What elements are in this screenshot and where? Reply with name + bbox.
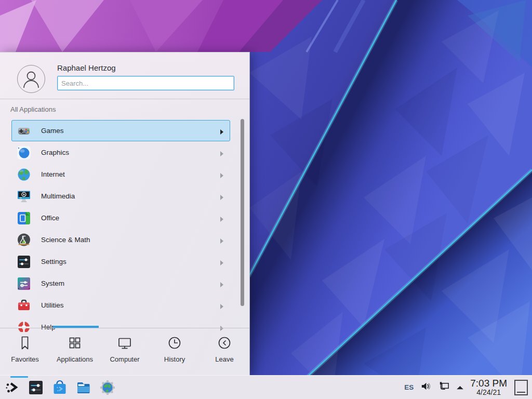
category-science-math[interactable]: Science & Math [11,229,230,250]
category-label: Science & Math [41,236,90,244]
list-scrollbar[interactable] [241,119,244,306]
category-multimedia[interactable]: Multimedia [11,185,230,207]
toolbox-icon [17,298,31,313]
discover-store-icon[interactable] [52,380,68,395]
tab-label: History [164,355,185,363]
submenu-arrow-icon [220,215,224,221]
system-sliders-icon [17,276,31,291]
submenu-arrow-icon [220,171,224,178]
system-settings-icon[interactable] [28,380,44,395]
submenu-arrow-icon [220,128,224,134]
submenu-arrow-icon [220,237,224,243]
tab-computer[interactable]: Computer [100,328,150,375]
user-name: Raphael Hertzog [57,63,234,72]
bookmark-icon [17,335,33,351]
launcher-header: Raphael Hertzog [0,52,249,99]
graphics-sphere-icon [17,145,31,160]
tab-label: Favorites [11,355,38,363]
globe-earth-icon [17,167,31,182]
category-label: Settings [41,258,66,265]
category-games[interactable]: Games [11,120,230,141]
web-browser-icon[interactable] [100,380,115,395]
science-flask-icon [17,233,31,247]
category-label: Games [41,127,64,135]
submenu-arrow-icon [220,259,224,265]
clock-time: 7:03 PM [470,378,507,389]
category-settings[interactable]: Settings [11,251,230,272]
tab-leave[interactable]: Leave [200,328,249,375]
submenu-arrow-icon [220,193,224,200]
show-desktop-button[interactable] [514,380,528,395]
volume-icon[interactable] [420,380,432,394]
monitor-play-icon [17,189,31,204]
kali-menu-icon[interactable] [4,380,20,395]
tab-favorites[interactable]: Favorites [0,328,50,375]
submenu-arrow-icon [220,150,224,156]
category-internet[interactable]: Internet [11,164,230,185]
active-launcher-indicator [10,376,28,378]
tab-label: Computer [110,355,139,363]
file-manager-icon[interactable] [76,380,91,395]
category-system[interactable]: System [11,273,230,294]
taskbar-panel: ES 7:03 PM [0,375,532,399]
category-graphics[interactable]: Graphics [11,142,230,163]
keyboard-layout-indicator[interactable]: ES [404,383,414,391]
settings-sliders-icon [17,255,31,269]
digital-clock[interactable]: 7:03 PM 4/24/21 [470,378,507,396]
search-input[interactable] [57,76,234,90]
app-grid-icon [67,335,83,351]
gamepad-icon [17,124,31,138]
expand-tray-arrow-icon[interactable] [456,383,464,392]
computer-icon [117,335,132,351]
submenu-arrow-icon [220,281,224,287]
category-office[interactable]: Office [11,207,230,229]
category-list: Games Graphics [0,120,249,332]
category-label: System [41,280,64,287]
history-clock-icon [167,335,182,351]
launcher-tab-bar: Favorites Applications C [0,328,249,375]
section-label: All Applications [0,99,249,115]
category-label: Office [41,214,59,222]
panel-launchers [4,380,115,395]
desktop: Raphael Hertzog All Applications [0,0,532,399]
tab-applications[interactable]: Applications [50,328,100,375]
tab-label: Applications [57,355,93,363]
clock-date: 4/24/21 [470,389,507,396]
leave-icon [217,335,232,351]
category-label: Utilities [41,301,64,309]
network-icon[interactable] [438,380,450,394]
category-label: Graphics [41,149,69,156]
system-tray: ES 7:03 PM [404,378,528,396]
submenu-arrow-icon [220,302,224,309]
category-utilities[interactable]: Utilities [11,295,230,316]
office-document-icon [17,211,31,225]
tab-label: Leave [215,355,233,363]
tab-history[interactable]: History [150,328,200,375]
category-label: Internet [41,170,65,178]
application-launcher-popup: Raphael Hertzog All Applications [0,52,250,375]
category-label: Multimedia [41,192,75,200]
user-avatar-icon[interactable] [17,65,45,93]
